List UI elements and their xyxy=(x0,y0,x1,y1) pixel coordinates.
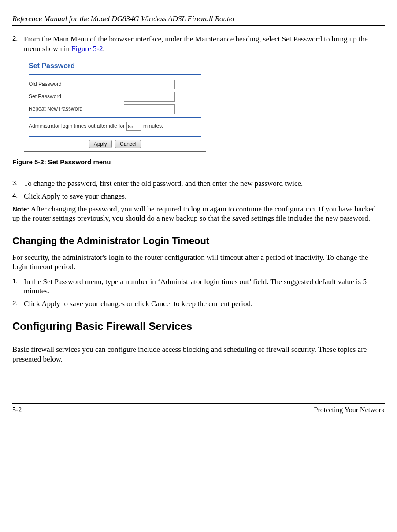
page-footer: 5-2 Protecting Your Network xyxy=(12,403,385,414)
step-4: 4. Click Apply to save your changes. xyxy=(12,192,385,201)
step2-text-after: . xyxy=(103,44,104,53)
panel-separator xyxy=(29,74,201,75)
timeout-intro: For security, the administrator's login … xyxy=(12,253,385,272)
panel-separator-3 xyxy=(29,136,201,137)
figure-link[interactable]: Figure 5-2 xyxy=(71,44,103,53)
timeout-heading: Changing the Administrator Login Timeout xyxy=(12,235,385,247)
step-number: 4. xyxy=(12,192,24,201)
step-text: From the Main Menu of the browser interf… xyxy=(24,34,385,53)
step-number: 2. xyxy=(12,34,24,53)
step-text: Click Apply to save your changes or clic… xyxy=(24,299,385,308)
firewall-para: Basic firewall services you can configur… xyxy=(12,345,385,364)
footer-rule xyxy=(12,403,385,404)
step-text: In the Set Password menu, type a number … xyxy=(24,277,385,296)
step-number: 3. xyxy=(12,179,24,188)
note-text: After changing the password, you will be… xyxy=(12,205,376,222)
set-password-screenshot: Set Password Old Password Set Password R… xyxy=(24,57,206,152)
chapter-title: Protecting Your Network xyxy=(314,406,385,414)
old-password-input[interactable] xyxy=(124,80,175,89)
set-password-input[interactable] xyxy=(124,92,175,102)
header-rule xyxy=(12,25,385,26)
firewall-heading: Configuring Basic Firewall Services xyxy=(12,320,385,335)
timeout-step-1: 1. In the Set Password menu, type a numb… xyxy=(12,277,385,296)
step-number: 1. xyxy=(12,277,24,296)
step-number: 2. xyxy=(12,299,24,308)
set-password-label: Set Password xyxy=(29,93,124,100)
timeout-row: Administrator login times out after idle… xyxy=(24,119,206,134)
repeat-password-row: Repeat New Password xyxy=(24,103,206,115)
set-password-row: Set Password xyxy=(24,91,206,103)
timeout-input[interactable] xyxy=(126,122,141,131)
repeat-password-input[interactable] xyxy=(124,104,175,114)
step-2: 2. From the Main Menu of the browser int… xyxy=(12,34,385,53)
page-number: 5-2 xyxy=(12,406,22,414)
step-text: Click Apply to save your changes. xyxy=(24,192,385,201)
old-password-label: Old Password xyxy=(29,81,124,88)
old-password-row: Old Password xyxy=(24,78,206,91)
timeout-step-2: 2. Click Apply to save your changes or c… xyxy=(12,299,385,308)
panel-title: Set Password xyxy=(24,57,206,74)
note-paragraph: Note: After changing the password, you w… xyxy=(12,204,385,223)
figure-caption: Figure 5-2: Set Password menu xyxy=(12,158,385,166)
step-text: To change the password, first enter the … xyxy=(24,179,385,188)
page-header-title: Reference Manual for the Model DG834G Wi… xyxy=(12,14,385,23)
repeat-password-label: Repeat New Password xyxy=(29,106,124,112)
timeout-text-before: Administrator login times out after idle… xyxy=(29,123,125,129)
step-3: 3. To change the password, first enter t… xyxy=(12,179,385,188)
panel-separator-2 xyxy=(29,117,201,118)
apply-button[interactable]: Apply xyxy=(89,140,112,148)
timeout-text-after: minutes. xyxy=(143,123,163,129)
button-row: Apply Cancel xyxy=(24,138,206,151)
note-label: Note: xyxy=(12,205,29,213)
cancel-button[interactable]: Cancel xyxy=(115,140,141,148)
